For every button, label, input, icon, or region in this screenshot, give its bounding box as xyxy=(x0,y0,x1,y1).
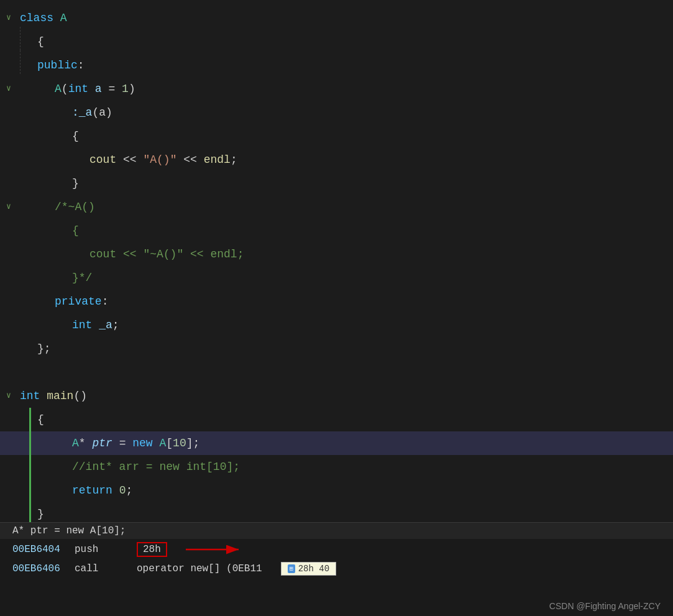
paren-open: ( xyxy=(62,77,68,101)
paren-close: ) xyxy=(129,77,135,101)
param-a: a xyxy=(95,77,102,101)
code-line-18: { xyxy=(0,408,673,431)
asm-line-1: 00EB6404 push 28h xyxy=(0,539,673,560)
kw-private: private xyxy=(55,290,102,313)
asm-op-2: call xyxy=(75,563,124,574)
assign: = xyxy=(112,431,132,455)
comment-brace-open: { xyxy=(72,219,79,242)
kw-new: new xyxy=(132,431,159,455)
cout-1: cout xyxy=(89,148,116,172)
func-main: main xyxy=(47,384,73,408)
eq: = xyxy=(102,77,122,101)
asm-operand-1: 28h xyxy=(137,542,167,557)
type-A: A xyxy=(72,431,79,455)
fold-arrow-1[interactable]: ∨ xyxy=(6,6,20,30)
red-box-28h: 28h xyxy=(137,542,167,557)
code-line-7: cout << "A()" << endl; xyxy=(0,148,673,172)
asm-addr-1: 00EB6404 xyxy=(12,544,62,555)
num-1: 1 xyxy=(122,77,129,101)
num-10: 10 xyxy=(173,431,186,455)
bracket-open: [ xyxy=(166,431,173,455)
class-name-A: A xyxy=(60,6,67,30)
semi1: ; xyxy=(231,148,237,172)
constructor-name: A xyxy=(55,77,62,101)
code-line-22: } xyxy=(0,502,673,522)
bracket-close: ]; xyxy=(186,431,200,455)
code-line-3: public: xyxy=(0,53,673,77)
init-colon: :_a xyxy=(72,101,92,124)
type-A-2: A xyxy=(159,431,166,455)
code-line-20: //int* arr = new int[10]; xyxy=(0,455,673,479)
code-line-16 xyxy=(0,361,673,384)
asm-line-2: 00EB6406 call operator new[] (0EB11 ⊞ 28… xyxy=(0,560,673,577)
code-line-11: cout << "~A()" << endl; xyxy=(0,242,673,266)
semi-return: ; xyxy=(126,479,132,502)
code-line-8: } xyxy=(0,172,673,195)
str-a: "A()" xyxy=(143,148,176,172)
comment-int-arr: //int* arr = new int[10]; xyxy=(72,455,240,479)
code-line-9: ∨ /*~A() xyxy=(0,195,673,219)
semi-2: ; xyxy=(112,313,119,337)
code-editor: ∨ class A { public: ∨ A(int a = 1) xyxy=(0,0,673,522)
code-line-17: ∨ int main() xyxy=(0,384,673,408)
kw-int-param: int xyxy=(68,77,95,101)
endl-1: endl xyxy=(204,148,231,172)
comment-end: }*/ xyxy=(72,266,92,290)
code-line-21: return 0; xyxy=(0,479,673,502)
tooltip-text: 28h 40 xyxy=(298,564,329,574)
asm-addr-2: 00EB6406 xyxy=(12,563,62,574)
code-line-15: }; xyxy=(0,337,673,361)
main-brace-open: { xyxy=(37,408,44,431)
asm-header: A* ptr = new A[10]; xyxy=(0,523,673,539)
asm-op-1: push xyxy=(75,544,124,555)
member-a: _a xyxy=(99,313,112,337)
code-content: ∨ class A { public: ∨ A(int a = 1) xyxy=(0,0,673,522)
brace-open-2: { xyxy=(72,124,79,148)
shift2: << xyxy=(176,148,203,172)
code-line-5: :_a(a) xyxy=(0,101,673,124)
num-0: 0 xyxy=(119,479,126,502)
code-line-12: }*/ xyxy=(0,266,673,290)
kw-int-member: int xyxy=(72,313,99,337)
brace-open: { xyxy=(37,30,44,53)
colon-2: : xyxy=(102,290,109,313)
fold-arrow-4[interactable]: ∨ xyxy=(6,384,20,408)
kw-int-main: int xyxy=(20,384,47,408)
green-indicator-5 xyxy=(29,502,31,522)
green-indicator xyxy=(29,408,31,431)
code-line-10: { xyxy=(0,219,673,242)
kw-public: public xyxy=(37,53,78,77)
code-line-13: private: xyxy=(0,290,673,313)
brace-close-1: } xyxy=(72,172,79,195)
code-line-19: A* ptr = new A[10]; xyxy=(0,431,673,455)
comment-cout: cout << "~A()" << endl; xyxy=(89,242,244,266)
init-val: (a) xyxy=(92,101,112,124)
code-line-4: ∨ A(int a = 1) xyxy=(0,77,673,101)
asm-operand-2: operator new[] (0EB11 xyxy=(137,563,262,574)
green-indicator-4 xyxy=(29,479,31,502)
code-line-2: { xyxy=(0,30,673,53)
star: * xyxy=(79,431,93,455)
code-line-14: int _a; xyxy=(0,313,673,337)
main-brace-close: } xyxy=(37,502,44,522)
fold-arrow-3[interactable]: ∨ xyxy=(6,195,20,219)
kw-return: return xyxy=(72,479,119,502)
fold-arrow-2[interactable]: ∨ xyxy=(6,77,20,101)
class-close: }; xyxy=(37,337,51,361)
watermark: CSDN @Fighting Angel-ZCY xyxy=(549,601,661,611)
asm-source-line: A* ptr = new A[10]; xyxy=(12,525,126,536)
tooltip-icon: ⊞ xyxy=(288,564,295,573)
main-parens: () xyxy=(73,384,87,408)
code-line-1: ∨ class A xyxy=(0,6,673,30)
green-indicator-2 xyxy=(29,431,31,455)
var-ptr: ptr xyxy=(92,431,112,455)
code-line-6: { xyxy=(0,124,673,148)
red-arrow-svg xyxy=(186,541,248,558)
colon: : xyxy=(78,53,85,77)
green-indicator-3 xyxy=(29,455,31,479)
comment-start: /*~A() xyxy=(55,195,95,219)
shift1: << xyxy=(116,148,143,172)
tooltip-box: ⊞ 28h 40 xyxy=(281,562,336,576)
